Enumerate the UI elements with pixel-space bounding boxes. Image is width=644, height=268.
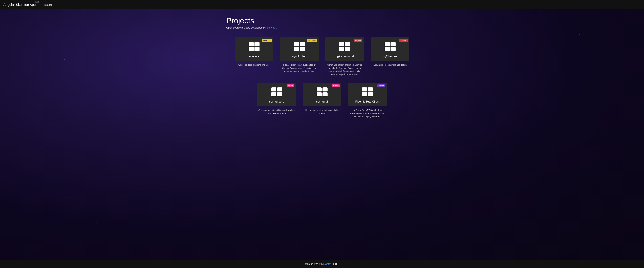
project-title: signalr client	[292, 55, 308, 58]
project-card-link[interactable]: javascriptssv-core	[235, 37, 273, 61]
project-card: javascriptsignalr clientSignalR client l…	[280, 37, 319, 76]
subtitle-suffix: .	[275, 26, 277, 29]
navbar: Angular Skeleton App 1.0.0 Projects	[0, 0, 644, 9]
project-card: angularng2 commandCommand pattern implem…	[325, 37, 364, 76]
project-card: aureliassv-au-uiUI components library fo…	[303, 83, 341, 118]
project-badge: csharp	[378, 84, 385, 87]
app-brand[interactable]: Angular Skeleton App 1.0.0	[3, 3, 36, 7]
project-card-link[interactable]: aureliassv-au-ui	[303, 83, 341, 106]
project-badge: angular	[400, 39, 408, 42]
project-title: ssv-au-ui	[316, 100, 328, 103]
version-label: 1.0.0	[35, 1, 39, 3]
grid-icon	[385, 42, 396, 51]
project-badge: javascript	[307, 39, 317, 42]
project-description: Http Client for .NET Standard with fluen…	[348, 109, 387, 118]
project-card: csharpFluently Http ClientHttp Client fo…	[348, 83, 387, 118]
project-card-link[interactable]: javascriptsignalr client	[280, 37, 319, 61]
page-subtitle: Open source projects developed by sketch…	[226, 26, 418, 29]
project-card-link[interactable]: angularng2 heroes	[371, 37, 409, 61]
grid-icon	[248, 42, 260, 51]
footer-suffix: 2017.	[332, 263, 339, 265]
project-badge: angular	[354, 39, 362, 42]
grid-icon	[339, 42, 350, 51]
project-description: typescript core functions and utils	[238, 63, 270, 67]
project-badge: aurelia	[287, 84, 294, 87]
page-title: Projects	[226, 16, 418, 25]
grid-icon	[362, 87, 373, 96]
subtitle-prefix: Open source projects developed by	[226, 26, 266, 29]
project-description: Command pattern implementation for angul…	[325, 63, 364, 76]
project-card: aureliassv-au-coreCore components, utili…	[257, 83, 296, 118]
main-content: Projects Open source projects developed …	[0, 9, 644, 260]
footer-link[interactable]: sketch7	[324, 263, 332, 265]
project-description: Core components, utilities and services …	[257, 109, 296, 115]
grid-icon	[271, 87, 282, 96]
project-card-link[interactable]: aureliassv-au-core	[257, 83, 296, 106]
project-title: ssv-au-core	[269, 100, 284, 103]
project-card: angularng2 heroesangular2 heroes sample …	[371, 37, 409, 76]
grid-icon	[316, 87, 328, 96]
project-title: ng2 heroes	[383, 55, 397, 58]
nav-link-projects[interactable]: Projects	[41, 2, 54, 7]
project-description: UI components library for Aurelia by Ske…	[303, 109, 341, 115]
project-badge: javascript	[262, 39, 272, 42]
project-title: ssv-core	[248, 55, 259, 58]
project-badge: aurelia	[332, 84, 340, 87]
subtitle-link[interactable]: sketch7	[266, 26, 275, 29]
project-title: ng2 command	[336, 55, 354, 58]
projects-grid: javascriptssv-coretypescript core functi…	[226, 37, 418, 118]
footer-prefix: © Made with	[305, 263, 319, 265]
project-card-link[interactable]: angularng2 command	[325, 37, 364, 61]
heart-icon: ❤	[319, 263, 321, 265]
project-card-link[interactable]: csharpFluently Http Client	[348, 83, 387, 106]
brand-text: Angular Skeleton App	[3, 3, 36, 6]
project-description: angular2 heroes sample application	[373, 63, 407, 67]
project-card: javascriptssv-coretypescript core functi…	[235, 37, 273, 76]
footer: © Made with ❤ by sketch7 2017.	[0, 260, 644, 268]
project-description: SignalR client library built on top of @…	[280, 63, 319, 73]
project-title: Fluently Http Client	[355, 100, 380, 103]
grid-icon	[294, 42, 305, 51]
footer-by: by	[321, 263, 324, 265]
